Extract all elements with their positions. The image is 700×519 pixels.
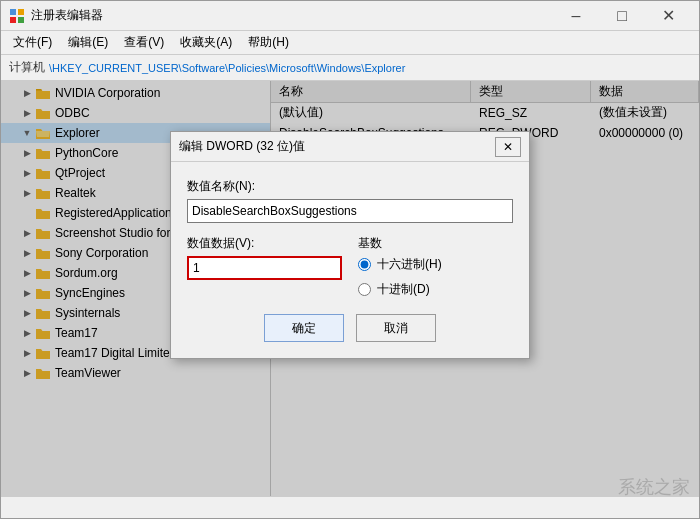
menu-bar: 文件(F) 编辑(E) 查看(V) 收藏夹(A) 帮助(H) — [1, 31, 699, 55]
radio-group: 十六进制(H) 十进制(D) — [358, 256, 513, 298]
close-button[interactable]: ✕ — [645, 1, 691, 31]
base-label: 基数 — [358, 235, 513, 252]
maximize-button[interactable]: □ — [599, 1, 645, 31]
svg-rect-1 — [18, 9, 24, 15]
value-data-label: 数值数据(V): — [187, 235, 342, 252]
dialog-title: 编辑 DWORD (32 位)值 — [179, 138, 495, 155]
dec-radio-label[interactable]: 十进制(D) — [358, 281, 513, 298]
dialog-overlay: 编辑 DWORD (32 位)值 ✕ 数值名称(N): 数值数据(V): — [1, 81, 699, 496]
dialog-right: 基数 十六进制(H) 十进制(D) — [358, 235, 513, 298]
svg-rect-0 — [10, 9, 16, 15]
dialog-row: 数值数据(V): 基数 十六进制(H) — [187, 235, 513, 298]
menu-edit[interactable]: 编辑(E) — [60, 32, 116, 53]
main-content: ▶ NVIDIA Corporation ▶ ODBC ▼ E — [1, 81, 699, 496]
value-name-input[interactable] — [187, 199, 513, 223]
menu-file[interactable]: 文件(F) — [5, 32, 60, 53]
hex-label: 十六进制(H) — [377, 256, 442, 273]
cancel-button[interactable]: 取消 — [356, 314, 436, 342]
svg-rect-3 — [18, 17, 24, 23]
minimize-button[interactable]: – — [553, 1, 599, 31]
edit-dword-dialog: 编辑 DWORD (32 位)值 ✕ 数值名称(N): 数值数据(V): — [170, 131, 530, 359]
hex-radio-label[interactable]: 十六进制(H) — [358, 256, 513, 273]
title-bar: 注册表编辑器 – □ ✕ — [1, 1, 699, 31]
dec-label: 十进制(D) — [377, 281, 430, 298]
menu-view[interactable]: 查看(V) — [116, 32, 172, 53]
address-path: \HKEY_CURRENT_USER\Software\Policies\Mic… — [49, 62, 405, 74]
address-label: 计算机 — [9, 59, 45, 76]
svg-rect-2 — [10, 17, 16, 23]
dialog-buttons: 确定 取消 — [187, 314, 513, 342]
dec-radio[interactable] — [358, 283, 371, 296]
window-title: 注册表编辑器 — [31, 7, 553, 24]
status-bar — [1, 496, 699, 518]
hex-radio[interactable] — [358, 258, 371, 271]
app-icon — [9, 8, 25, 24]
value-data-input[interactable] — [187, 256, 342, 280]
address-bar: 计算机 \HKEY_CURRENT_USER\Software\Policies… — [1, 55, 699, 81]
dialog-title-bar: 编辑 DWORD (32 位)值 ✕ — [171, 132, 529, 162]
menu-favorites[interactable]: 收藏夹(A) — [172, 32, 240, 53]
main-window: 注册表编辑器 – □ ✕ 文件(F) 编辑(E) 查看(V) 收藏夹(A) 帮助… — [0, 0, 700, 519]
ok-button[interactable]: 确定 — [264, 314, 344, 342]
dialog-left: 数值数据(V): — [187, 235, 342, 298]
dialog-close-button[interactable]: ✕ — [495, 137, 521, 157]
dialog-body: 数值名称(N): 数值数据(V): 基数 — [171, 162, 529, 358]
window-controls: – □ ✕ — [553, 1, 691, 31]
menu-help[interactable]: 帮助(H) — [240, 32, 297, 53]
value-name-label: 数值名称(N): — [187, 178, 513, 195]
